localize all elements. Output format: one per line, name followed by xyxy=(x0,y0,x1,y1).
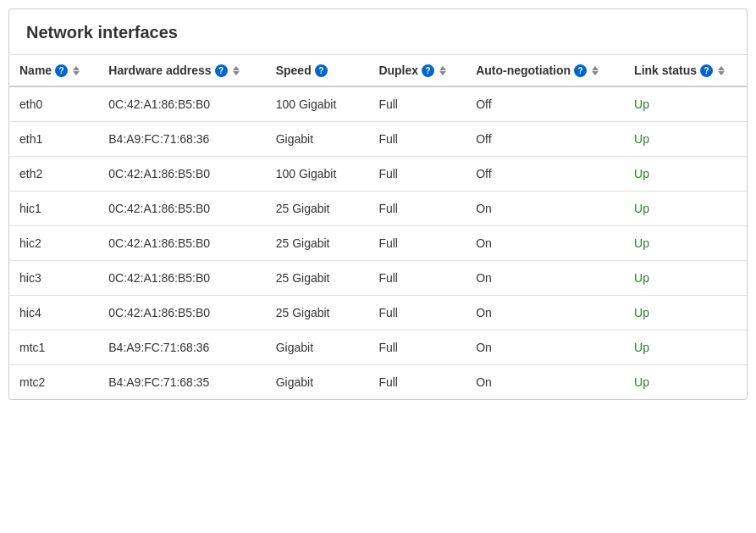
cell-duplex: Full xyxy=(368,86,466,122)
cell-name: eth2 xyxy=(9,157,98,192)
cell-link_status: Up xyxy=(624,157,747,192)
cell-duplex: Full xyxy=(368,192,466,226)
cell-link_status: Up xyxy=(624,296,747,330)
cell-link_status: Up xyxy=(624,226,747,261)
help-icon-speed[interactable]: ? xyxy=(315,64,328,77)
col-header-hardware-address: Hardware address ? xyxy=(98,55,265,86)
cell-hardware_address: 0C:42:A1:86:B5:B0 xyxy=(98,296,265,330)
cell-speed: 25 Gigabit xyxy=(266,261,369,296)
table-row: hic20C:42:A1:86:B5:B025 GigabitFullOnUp xyxy=(9,226,747,261)
cell-hardware_address: B4:A9:FC:71:68:36 xyxy=(98,122,265,157)
cell-auto_negotiation: On xyxy=(466,365,624,400)
cell-auto_negotiation: Off xyxy=(466,86,624,122)
cell-auto_negotiation: On xyxy=(466,330,624,365)
help-icon-hardware-address[interactable]: ? xyxy=(215,64,228,77)
col-label-speed: Speed xyxy=(276,64,312,77)
sort-icon-name[interactable] xyxy=(73,66,80,75)
cell-speed: 25 Gigabit xyxy=(266,296,369,330)
cell-hardware_address: 0C:42:A1:86:B5:B0 xyxy=(98,86,265,122)
cell-link_status: Up xyxy=(624,192,747,226)
cell-speed: 100 Gigabit xyxy=(266,86,369,122)
cell-name: mtc2 xyxy=(9,365,98,400)
cell-name: hic1 xyxy=(9,192,98,226)
network-interfaces-panel: Network interfaces Name ? Hardwar xyxy=(8,8,748,400)
col-header-name: Name ? xyxy=(9,55,98,86)
cell-link_status: Up xyxy=(624,330,747,365)
sort-icon-link-status[interactable] xyxy=(718,66,725,75)
cell-speed: 100 Gigabit xyxy=(266,157,369,192)
cell-speed: 25 Gigabit xyxy=(266,226,369,261)
table-row: hic40C:42:A1:86:B5:B025 GigabitFullOnUp xyxy=(9,296,747,330)
col-label-auto-negotiation: Auto-negotiation xyxy=(476,64,571,77)
cell-duplex: Full xyxy=(368,330,466,365)
cell-hardware_address: B4:A9:FC:71:68:36 xyxy=(98,330,265,365)
cell-name: eth0 xyxy=(9,86,98,122)
table-row: eth20C:42:A1:86:B5:B0100 GigabitFullOffU… xyxy=(9,157,747,192)
cell-duplex: Full xyxy=(368,261,466,296)
sort-icon-duplex[interactable] xyxy=(439,66,446,75)
col-label-duplex: Duplex xyxy=(378,64,418,77)
table-row: mtc2B4:A9:FC:71:68:35GigabitFullOnUp xyxy=(9,365,747,400)
cell-link_status: Up xyxy=(624,261,747,296)
col-label-hardware-address: Hardware address xyxy=(108,64,211,77)
cell-auto_negotiation: On xyxy=(466,192,624,226)
cell-hardware_address: 0C:42:A1:86:B5:B0 xyxy=(98,226,265,261)
table-header-row: Name ? Hardware address ? xyxy=(9,55,747,86)
help-icon-name[interactable]: ? xyxy=(55,64,68,77)
cell-speed: Gigabit xyxy=(266,122,369,157)
col-header-auto-negotiation: Auto-negotiation ? xyxy=(466,55,624,86)
table-row: mtc1B4:A9:FC:71:68:36GigabitFullOnUp xyxy=(9,330,747,365)
help-icon-duplex[interactable]: ? xyxy=(422,64,434,77)
cell-name: hic3 xyxy=(9,261,98,296)
cell-speed: 25 Gigabit xyxy=(266,192,369,226)
col-header-link-status: Link status ? xyxy=(624,55,747,86)
cell-speed: Gigabit xyxy=(266,365,369,400)
cell-duplex: Full xyxy=(368,226,466,261)
cell-hardware_address: 0C:42:A1:86:B5:B0 xyxy=(98,192,265,226)
cell-auto_negotiation: Off xyxy=(466,122,624,157)
cell-name: eth1 xyxy=(9,122,98,157)
cell-hardware_address: 0C:42:A1:86:B5:B0 xyxy=(98,261,265,296)
cell-auto_negotiation: On xyxy=(466,226,624,261)
cell-link_status: Up xyxy=(624,365,747,400)
help-icon-auto-negotiation[interactable]: ? xyxy=(574,64,587,77)
cell-hardware_address: 0C:42:A1:86:B5:B0 xyxy=(98,157,265,192)
cell-link_status: Up xyxy=(624,86,747,122)
cell-name: hic4 xyxy=(9,296,98,330)
cell-duplex: Full xyxy=(368,365,466,400)
help-icon-link-status[interactable]: ? xyxy=(700,64,713,77)
col-label-name: Name xyxy=(19,64,52,77)
table-row: eth1B4:A9:FC:71:68:36GigabitFullOffUp xyxy=(9,122,747,157)
col-header-speed: Speed ? xyxy=(266,55,369,86)
cell-speed: Gigabit xyxy=(266,330,369,365)
table-row: hic30C:42:A1:86:B5:B025 GigabitFullOnUp xyxy=(9,261,747,296)
table-row: hic10C:42:A1:86:B5:B025 GigabitFullOnUp xyxy=(9,192,747,226)
sort-icon-auto-negotiation[interactable] xyxy=(592,66,599,75)
cell-name: mtc1 xyxy=(9,330,98,365)
cell-auto_negotiation: On xyxy=(466,261,624,296)
cell-auto_negotiation: Off xyxy=(466,157,624,192)
cell-hardware_address: B4:A9:FC:71:68:35 xyxy=(98,365,265,400)
cell-link_status: Up xyxy=(624,122,747,157)
sort-icon-hardware-address[interactable] xyxy=(233,66,240,75)
cell-duplex: Full xyxy=(368,157,466,192)
network-interfaces-table: Name ? Hardware address ? xyxy=(9,55,747,399)
cell-duplex: Full xyxy=(368,296,466,330)
col-label-link-status: Link status xyxy=(634,64,697,77)
cell-duplex: Full xyxy=(368,122,466,157)
cell-auto_negotiation: On xyxy=(466,296,624,330)
col-header-duplex: Duplex ? xyxy=(368,55,466,86)
cell-name: hic2 xyxy=(9,226,98,261)
page-title: Network interfaces xyxy=(9,9,747,55)
table-row: eth00C:42:A1:86:B5:B0100 GigabitFullOffU… xyxy=(9,86,747,122)
